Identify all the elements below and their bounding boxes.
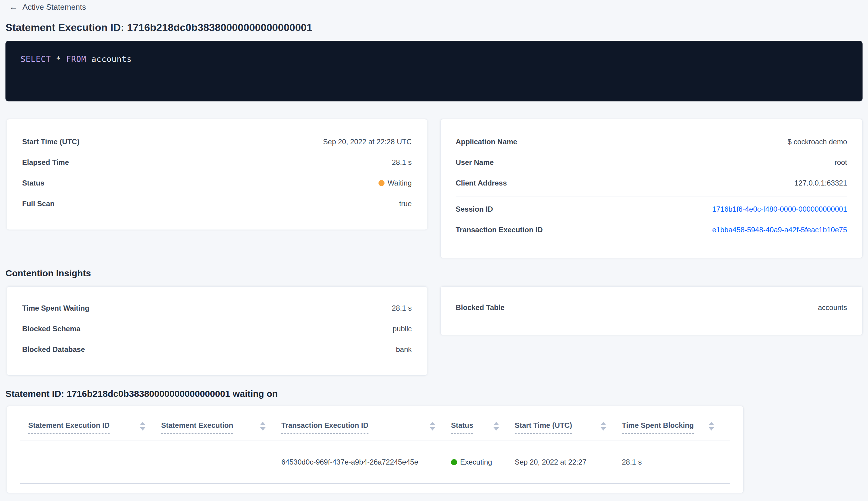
detail-row-blocked-schema: Blocked Schema public: [22, 319, 412, 339]
detail-row-client-address: Client Address 127.0.0.1:63321: [456, 173, 847, 193]
detail-row-application-name: Application Name $ cockroach demo: [456, 131, 847, 152]
column-header-label: Statement Execution ID: [28, 421, 110, 434]
detail-label: Transaction Execution ID: [456, 226, 543, 234]
detail-row-transaction-execution-id: Transaction Execution ID e1bba458-5948-4…: [456, 220, 847, 240]
sql-table-name: accounts: [91, 55, 132, 64]
sql-keyword-from: FROM: [66, 55, 87, 64]
sql-star: *: [56, 55, 61, 64]
page-title: Statement Execution ID: 1716b218dc0b3838…: [6, 21, 862, 33]
detail-label: Client Address: [456, 179, 507, 187]
detail-row-status: Status Waiting: [22, 173, 412, 193]
detail-value: true: [399, 200, 412, 208]
cell-time-spent-blocking: 28.1 s: [622, 458, 730, 466]
detail-label: Time Spent Waiting: [22, 304, 89, 312]
card-divider: [456, 196, 847, 196]
detail-row-time-spent-waiting: Time Spent Waiting 28.1 s: [22, 298, 412, 319]
cell-start-time: Sep 20, 2022 at 22:27: [515, 458, 622, 466]
detail-value: public: [393, 324, 412, 333]
sort-icon[interactable]: [430, 421, 435, 430]
column-header-start-time[interactable]: Start Time (UTC): [515, 421, 622, 434]
detail-value: 127.0.0.1:63321: [794, 179, 847, 187]
detail-label: User Name: [456, 158, 494, 167]
sort-icon[interactable]: [493, 421, 499, 430]
detail-label: Blocked Database: [22, 345, 85, 354]
transaction-execution-id-link[interactable]: e1bba458-5948-40a9-a42f-5feac1b10e75: [712, 226, 847, 234]
status-executing-dot-icon: [451, 459, 457, 465]
waiting-statements-table: Statement Execution ID Statement Executi…: [7, 406, 744, 493]
detail-label: Status: [22, 179, 44, 187]
waiting-on-heading: Statement ID: 1716b218dc0b38380000000000…: [6, 388, 862, 399]
detail-label: Blocked Table: [456, 303, 505, 312]
sql-statement-box: SELECT * FROM accounts: [6, 41, 862, 102]
column-header-transaction-execution-id[interactable]: Transaction Execution ID: [281, 421, 451, 434]
active-statement-details-page: ← Active Statements Statement Execution …: [0, 0, 868, 493]
detail-value: root: [835, 158, 847, 167]
table-header-row: Statement Execution ID Statement Executi…: [7, 406, 743, 434]
column-header-status[interactable]: Status: [451, 421, 515, 434]
detail-row-session-id: Session ID 1716b1f6-4e0c-f480-0000-00000…: [456, 199, 847, 220]
execution-details-card: Start Time (UTC) Sep 20, 2022 at 22:28 U…: [7, 119, 427, 230]
detail-row-full-scan: Full Scan true: [22, 193, 412, 214]
session-details-card: Application Name $ cockroach demo User N…: [441, 119, 863, 258]
back-link[interactable]: ← Active Statements: [9, 0, 86, 12]
detail-value: $ cockroach demo: [788, 138, 847, 146]
cell-status: Executing: [451, 458, 515, 466]
detail-label: Full Scan: [22, 200, 55, 208]
column-header-label: Statement Execution: [161, 421, 233, 434]
detail-value: 28.1 s: [392, 158, 412, 167]
column-header-statement-execution[interactable]: Statement Execution: [161, 421, 281, 434]
detail-label: Application Name: [456, 138, 518, 146]
detail-label: Blocked Schema: [22, 324, 80, 333]
status-text: Waiting: [388, 179, 412, 187]
sort-icon[interactable]: [260, 421, 265, 430]
status-waiting-dot-icon: [378, 180, 384, 186]
sql-keyword-select: SELECT: [21, 55, 51, 64]
back-arrow-icon: ←: [9, 2, 18, 12]
column-header-statement-execution-id[interactable]: Statement Execution ID: [28, 421, 161, 434]
detail-value: Sep 20, 2022 at 22:28 UTC: [323, 138, 412, 146]
contention-insights-heading: Contention Insights: [6, 268, 862, 279]
detail-row-blocked-database: Blocked Database bank: [22, 339, 412, 360]
detail-value: accounts: [818, 303, 847, 312]
sort-icon[interactable]: [601, 421, 606, 430]
contention-insights-card: Time Spent Waiting 28.1 s Blocked Schema…: [7, 286, 427, 376]
detail-row-start-time: Start Time (UTC) Sep 20, 2022 at 22:28 U…: [22, 131, 412, 152]
table-row-divider: [20, 483, 730, 484]
detail-label: Start Time (UTC): [22, 138, 79, 146]
sort-icon[interactable]: [140, 421, 145, 430]
detail-value: Waiting: [378, 179, 412, 187]
table-row[interactable]: 64530d0c-969f-437e-a9b4-26a72245e45e Exe…: [7, 441, 743, 483]
back-link-label: Active Statements: [22, 2, 86, 12]
detail-value: 28.1 s: [392, 304, 412, 312]
sql-statement: SELECT * FROM accounts: [21, 55, 847, 64]
blocked-table-card: Blocked Table accounts: [441, 286, 863, 335]
detail-row-elapsed-time: Elapsed Time 28.1 s: [22, 152, 412, 173]
session-id-link[interactable]: 1716b1f6-4e0c-f480-0000-000000000001: [712, 205, 847, 213]
cell-transaction-execution-id: 64530d0c-969f-437e-a9b4-26a72245e45e: [281, 458, 451, 466]
column-header-label: Transaction Execution ID: [281, 421, 368, 434]
sort-icon[interactable]: [709, 421, 714, 430]
column-header-label: Time Spent Blocking: [622, 421, 694, 434]
detail-label: Session ID: [456, 205, 493, 213]
status-text: Executing: [460, 458, 492, 466]
column-header-time-spent-blocking[interactable]: Time Spent Blocking: [622, 421, 730, 434]
column-header-label: Status: [451, 421, 473, 434]
detail-row-blocked-table: Blocked Table accounts: [456, 297, 847, 318]
detail-row-user-name: User Name root: [456, 152, 847, 173]
column-header-label: Start Time (UTC): [515, 421, 572, 434]
detail-value: bank: [396, 345, 412, 354]
detail-label: Elapsed Time: [22, 158, 69, 167]
